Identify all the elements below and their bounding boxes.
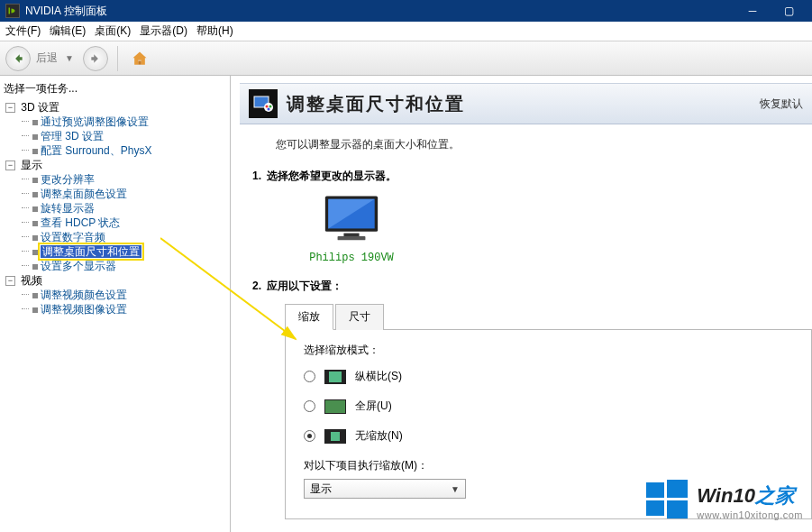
tree-item-adjust-size-position[interactable]: 调整桌面尺寸和位置 — [18, 244, 141, 259]
back-label: 后退 — [36, 50, 58, 66]
home-button[interactable] — [127, 46, 152, 71]
combo-value: 显示 — [310, 482, 332, 497]
svg-point-5 — [266, 105, 269, 108]
tree-item-desktop-color[interactable]: 调整桌面颜色设置 — [18, 187, 228, 201]
svg-point-7 — [268, 108, 270, 111]
radio-aspect-ratio[interactable] — [304, 371, 315, 382]
minimize-button[interactable]: ─ — [734, 0, 771, 22]
banner-monitor-icon — [249, 89, 278, 118]
task-tree-panel: 选择一项任务... − 3D 设置 通过预览调整图像设置 管理 3D 设置 配置… — [0, 76, 231, 532]
menu-help[interactable]: 帮助(H) — [196, 23, 233, 39]
radio-aspect-label: 纵横比(S) — [355, 369, 402, 384]
perform-scaling-combo[interactable]: 显示 ▼ — [304, 479, 466, 499]
svg-rect-14 — [646, 500, 664, 516]
collapse-icon[interactable]: − — [5, 103, 15, 113]
tab-size[interactable]: 尺寸 — [335, 304, 384, 330]
sidebar-heading: 选择一项任务... — [4, 81, 228, 96]
back-dropdown-icon[interactable]: ▼ — [65, 53, 74, 63]
tree-cat-display[interactable]: − 显示 更改分辨率 调整桌面颜色设置 旋转显示器 查看 HDCP 状态 设置数… — [5, 158, 228, 273]
nvidia-logo-icon — [5, 4, 20, 18]
tree-item-preview-image[interactable]: 通过预览调整图像设置 — [18, 115, 228, 129]
tree-item-video-color[interactable]: 调整视频颜色设置 — [18, 288, 228, 302]
tree-item-multi-monitor[interactable]: 设置多个显示器 — [18, 259, 228, 273]
maximize-button[interactable]: ▢ — [771, 0, 807, 22]
perform-scaling-label: 对以下项目执行缩放(M)： — [304, 458, 793, 473]
svg-point-6 — [269, 105, 272, 108]
watermark-url: www.win10xitong.com — [697, 509, 803, 520]
aspect-ratio-icon — [324, 370, 346, 384]
tree-item-digital-audio[interactable]: 设置数字音频 — [18, 230, 228, 244]
arrow-right-icon — [89, 52, 102, 65]
svg-rect-13 — [667, 480, 688, 498]
tree-cat-3d[interactable]: − 3D 设置 通过预览调整图像设置 管理 3D 设置 配置 Surround、… — [5, 100, 228, 158]
back-button[interactable] — [5, 46, 31, 71]
windows-logo-icon — [644, 477, 689, 525]
tree-item-video-image[interactable]: 调整视频图像设置 — [18, 302, 228, 316]
tree-item-resolution[interactable]: 更改分辨率 — [18, 172, 228, 187]
monitor-icon — [320, 193, 383, 247]
radio-noscale-label: 无缩放(N) — [355, 428, 403, 444]
svg-rect-11 — [338, 236, 366, 240]
page-description: 您可以调整显示器的桌面大小和位置。 — [276, 137, 812, 152]
home-icon — [131, 50, 149, 68]
tree-item-rotate-display[interactable]: 旋转显示器 — [18, 201, 228, 216]
watermark: Win10之家 www.win10xitong.com — [644, 477, 803, 525]
tree-item-manage-3d[interactable]: 管理 3D 设置 — [18, 129, 228, 143]
collapse-icon[interactable]: − — [5, 276, 15, 286]
radio-noscale-row[interactable]: 无缩放(N) — [304, 428, 793, 444]
menu-edit[interactable]: 编辑(E) — [50, 23, 86, 39]
fullscreen-icon — [324, 399, 346, 414]
svg-rect-12 — [646, 482, 664, 498]
svg-rect-10 — [343, 234, 359, 236]
chevron-down-icon: ▼ — [451, 484, 460, 494]
settings-tabs: 缩放 尺寸 — [285, 303, 812, 330]
page-banner: 调整桌面尺寸和位置 恢复默认 — [240, 83, 812, 124]
scale-mode-label: 选择缩放模式： — [304, 343, 793, 358]
toolbar-separator — [117, 46, 118, 71]
radio-fullscreen-row[interactable]: 全屏(U) — [304, 399, 793, 414]
tree-item-hdcp-status[interactable]: 查看 HDCP 状态 — [18, 216, 228, 230]
menu-desktop[interactable]: 桌面(K) — [95, 23, 131, 39]
window-titlebar: NVIDIA 控制面板 ─ ▢ — [0, 0, 812, 22]
noscale-icon — [324, 429, 346, 444]
tree-cat-video[interactable]: − 视频 调整视频颜色设置 调整视频图像设置 — [5, 273, 228, 316]
restore-defaults-link[interactable]: 恢复默认 — [760, 96, 803, 112]
page-title: 调整桌面尺寸和位置 — [287, 92, 465, 116]
svg-rect-15 — [667, 500, 688, 518]
monitor-label: Philips 190VW — [297, 252, 406, 264]
collapse-icon[interactable]: − — [5, 161, 15, 170]
monitor-choice[interactable]: Philips 190VW — [297, 193, 406, 264]
radio-aspect-ratio-row[interactable]: 纵横比(S) — [304, 369, 793, 384]
menu-display[interactable]: 显示器(D) — [140, 23, 187, 39]
arrow-left-icon — [12, 52, 24, 65]
radio-fullscreen-label: 全屏(U) — [355, 399, 392, 414]
menu-file[interactable]: 文件(F) — [5, 23, 41, 39]
tab-scale[interactable]: 缩放 — [285, 304, 333, 330]
svg-rect-1 — [138, 60, 141, 64]
window-title: NVIDIA 控制面板 — [25, 4, 734, 19]
toolbar: 后退 ▼ — [0, 41, 812, 76]
menu-bar: 文件(F) 编辑(E) 桌面(K) 显示器(D) 帮助(H) — [0, 22, 812, 41]
forward-button[interactable] — [83, 46, 108, 71]
radio-fullscreen[interactable] — [304, 400, 315, 412]
step-1: 1.选择您希望更改的显示器。 Philips 190VW — [252, 169, 812, 264]
step1-title: 选择您希望更改的显示器。 — [267, 170, 397, 182]
step2-title: 应用以下设置： — [267, 280, 342, 292]
radio-noscale[interactable] — [304, 430, 315, 442]
content-pane: 调整桌面尺寸和位置 恢复默认 您可以调整显示器的桌面大小和位置。 1.选择您希望… — [231, 76, 812, 532]
tree-item-surround-physx[interactable]: 配置 Surround、PhysX — [18, 143, 228, 158]
svg-rect-0 — [9, 8, 11, 14]
